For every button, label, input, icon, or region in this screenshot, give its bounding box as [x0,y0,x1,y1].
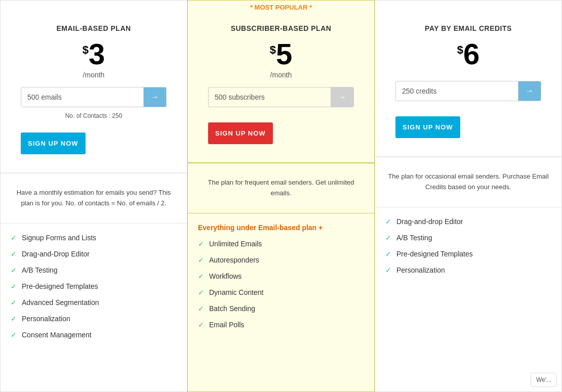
plan-header: PAY BY EMAIL CREDITS$6→SIGN UP NOW [375,14,561,157]
check-icon: ✓ [198,321,204,329]
signup-button[interactable]: SIGN UP NOW [21,133,86,154]
price-dollar-sign: $ [83,43,89,57]
plan-price: $3 [11,39,177,69]
plan-features: ✓Signup Forms and Lists✓Drag-and-Drop Ed… [1,224,187,391]
check-icon: ✓ [385,234,391,242]
feature-label: Dynamic Content [209,288,263,296]
check-icon: ✓ [11,266,17,274]
feature-label: Consent Management [22,331,92,339]
plan-selector-input[interactable] [209,88,331,106]
check-icon: ✓ [198,240,204,248]
check-icon: ✓ [11,315,17,323]
feature-item: ✓Unlimited Emails [198,240,364,248]
selector-arrow-button[interactable]: → [331,88,353,107]
price-amount: 5 [276,39,292,69]
check-icon: ✓ [198,256,204,264]
feature-item: ✓A/B Testing [385,234,551,242]
price-amount: 3 [89,39,105,69]
plan-price: $5 [198,39,364,69]
plan-features: ✓Drag-and-drop Editor✓A/B Testing✓Pre-de… [375,207,561,391]
plan-col-subscriber-based: * MOST POPULAR *SUBSCRIBER-BASED PLAN$5/… [187,0,375,392]
plan-price: $6 [385,39,551,69]
pricing-container: * MOST POPULAR *EMAIL-BASED PLAN$3/month… [0,0,562,392]
contacts-note: No. of Contacts : 250 [11,112,177,127]
feature-label: Drag-and-Drop Editor [22,250,90,258]
feature-label: A/B Testing [22,266,58,274]
feature-item: ✓Personalization [385,266,551,274]
plan-name: PAY BY EMAIL CREDITS [385,24,551,32]
feature-item: ✓Advanced Segmentation [11,298,177,307]
plan-selector-input[interactable] [21,88,143,106]
feature-label: Signup Forms and Lists [22,234,96,242]
plan-features: Everything under Email-based plan +✓Unli… [188,213,374,391]
plan-selector-input[interactable] [396,82,518,100]
plan-description: Have a monthly estimation for emails you… [1,173,187,224]
price-amount: 6 [463,39,479,69]
feature-item: ✓Drag-and-Drop Editor [11,250,177,258]
feature-label: Pre-designed Templates [396,250,473,258]
plan-selector-row[interactable]: → [395,81,541,101]
feature-label: Personalization [396,266,445,274]
price-period: /month [11,71,177,79]
feature-label: Personalization [22,315,70,323]
feature-item: ✓Pre-designed Templates [11,282,177,290]
signup-button[interactable]: SIGN UP NOW [395,116,460,138]
check-icon: ✓ [198,272,204,280]
feature-item: ✓Drag-and-drop Editor [385,217,551,226]
feature-label: Autoresponders [209,256,259,264]
feature-item: ✓Workflows [198,272,364,280]
feature-label: Batch Sending [209,304,255,313]
feature-item: ✓Consent Management [11,331,177,339]
check-icon: ✓ [385,266,391,274]
check-icon: ✓ [11,234,17,242]
plan-description: The plan for frequent email senders. Get… [188,163,374,213]
feature-item: ✓Personalization [11,315,177,323]
feature-label: Email Polls [209,321,244,329]
check-icon: ✓ [385,250,391,258]
price-dollar-sign: $ [457,43,463,57]
most-popular-badge: * MOST POPULAR * [188,1,374,14]
feature-item: ✓Email Polls [198,321,364,329]
plan-header: EMAIL-BASED PLAN$3/month→No. of Contacts… [1,14,187,173]
check-icon: ✓ [11,250,17,258]
selector-arrow-button[interactable]: → [143,88,166,107]
selector-arrow-button[interactable]: → [518,81,541,101]
feature-item: ✓A/B Testing [11,266,177,274]
plan-description: The plan for occasional email senders. P… [375,157,561,207]
plan-name: SUBSCRIBER-BASED PLAN [198,24,364,32]
plan-name: EMAIL-BASED PLAN [11,24,177,32]
feature-label: Workflows [209,272,242,280]
price-dollar-sign: $ [270,43,276,57]
plan-selector-row[interactable]: → [208,87,354,107]
plan-col-email-based: * MOST POPULAR *EMAIL-BASED PLAN$3/month… [0,0,187,392]
plan-col-pay-by-credits: * MOST POPULAR *PAY BY EMAIL CREDITS$6→S… [375,0,562,392]
check-icon: ✓ [11,282,17,290]
feature-label: Unlimited Emails [209,240,262,248]
feature-item: ✓Pre-designed Templates [385,250,551,258]
chat-support-bubble[interactable]: We'... [531,373,557,387]
feature-item: ✓Dynamic Content [198,288,364,296]
check-icon: ✓ [198,304,204,313]
feature-label: Pre-designed Templates [22,282,98,290]
price-period: /month [198,71,364,79]
feature-label: A/B Testing [396,234,432,242]
features-title: Everything under Email-based plan + [198,224,364,232]
plan-header: SUBSCRIBER-BASED PLAN$5/month→SIGN UP NO… [188,14,374,163]
feature-label: Drag-and-drop Editor [396,217,463,226]
check-icon: ✓ [11,298,17,307]
check-icon: ✓ [198,288,204,296]
check-icon: ✓ [11,331,17,339]
feature-item: ✓Signup Forms and Lists [11,234,177,242]
feature-item: ✓Autoresponders [198,256,364,264]
feature-item: ✓Batch Sending [198,304,364,313]
check-icon: ✓ [385,217,391,226]
plan-selector-row[interactable]: → [21,87,167,107]
signup-button[interactable]: SIGN UP NOW [208,122,273,144]
feature-label: Advanced Segmentation [22,298,99,307]
